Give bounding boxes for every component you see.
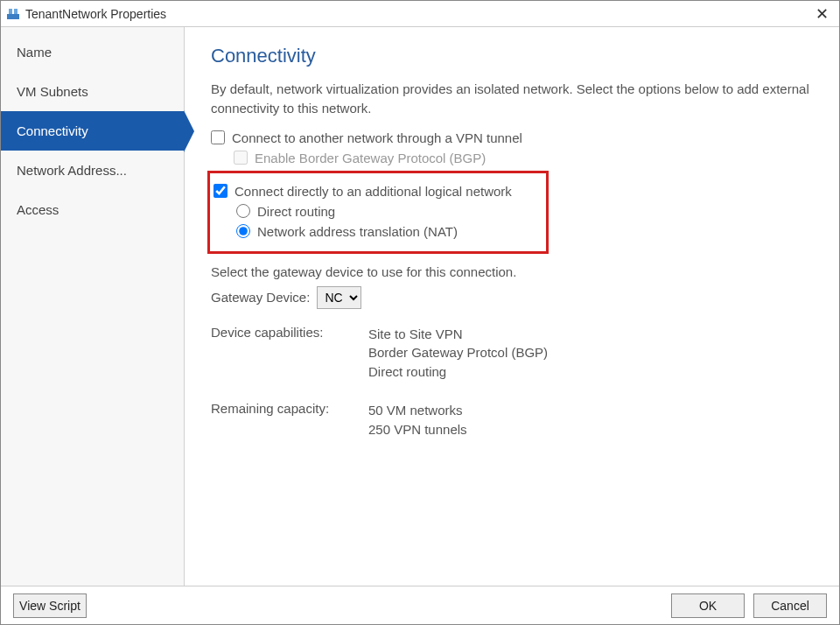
remaining-values: 50 VM networks 250 VPN tunnels [368,401,815,439]
device-info-table: Device capabilities: Site to Site VPN Bo… [211,325,815,439]
window-title: TenantNetwork Properties [25,7,166,21]
sidebar-item-name[interactable]: Name [1,32,184,72]
nat-radio[interactable] [236,224,250,238]
gateway-row: Gateway Device: NC [211,286,815,309]
view-script-button[interactable]: View Script [13,593,87,618]
direct-connect-label[interactable]: Connect directly to an additional logica… [234,184,512,199]
direct-connect-checkbox[interactable] [214,184,228,198]
remaining-value-1: 50 VM networks [368,401,815,420]
bgp-row: Enable Border Gateway Protocol (BGP) [234,151,815,165]
direct-connect-row: Connect directly to an additional logica… [214,184,539,199]
bgp-label: Enable Border Gateway Protocol (BGP) [255,151,486,165]
vpn-tunnel-row: Connect to another network through a VPN… [211,130,815,145]
caps-value-3: Direct routing [368,362,815,382]
nat-label[interactable]: Network address translation (NAT) [257,224,458,239]
ok-button[interactable]: OK [671,593,745,618]
content-pane: Connectivity By default, network virtual… [185,27,839,586]
remaining-value-2: 250 VPN tunnels [368,420,815,439]
svg-rect-2 [14,9,18,14]
caps-value-2: Border Gateway Protcol (BGP) [368,343,815,362]
remaining-label: Remaining capacity: [211,401,360,439]
sidebar-item-connectivity[interactable]: Connectivity [1,111,184,151]
direct-routing-radio[interactable] [236,204,250,218]
caps-value-1: Site to Site VPN [368,325,815,344]
vpn-tunnel-checkbox[interactable] [211,130,225,144]
page-heading: Connectivity [211,45,815,67]
dialog-footer: View Script OK Cancel [1,586,839,624]
direct-routing-label[interactable]: Direct routing [257,204,335,219]
svg-rect-1 [9,9,12,14]
caps-values: Site to Site VPN Border Gateway Protcol … [368,325,815,382]
titlebar: TenantNetwork Properties ✕ [1,1,839,27]
caps-label: Device capabilities: [211,325,360,382]
vpn-tunnel-label[interactable]: Connect to another network through a VPN… [232,130,522,145]
cancel-button[interactable]: Cancel [753,593,827,618]
close-icon[interactable]: ✕ [810,4,834,24]
app-icon [6,7,20,21]
sidebar-item-vm-subnets[interactable]: VM Subnets [1,72,184,111]
sidebar: Name VM Subnets Connectivity Network Add… [1,27,185,586]
gateway-label: Gateway Device: [211,290,310,305]
sidebar-item-network-address[interactable]: Network Address... [1,151,184,190]
gateway-device-select[interactable]: NC [317,286,361,309]
sidebar-item-access[interactable]: Access [1,190,184,229]
nat-row: Network address translation (NAT) [236,224,539,239]
intro-text: By default, network virtualization provi… [211,80,815,118]
gateway-prompt: Select the gateway device to use for thi… [211,264,815,279]
direct-routing-row: Direct routing [236,204,539,219]
direct-connect-highlight: Connect directly to an additional logica… [207,171,549,254]
svg-rect-0 [7,14,19,19]
dialog-window: TenantNetwork Properties ✕ Name VM Subne… [0,0,840,625]
dialog-body: Name VM Subnets Connectivity Network Add… [1,27,839,586]
bgp-checkbox [234,151,248,165]
